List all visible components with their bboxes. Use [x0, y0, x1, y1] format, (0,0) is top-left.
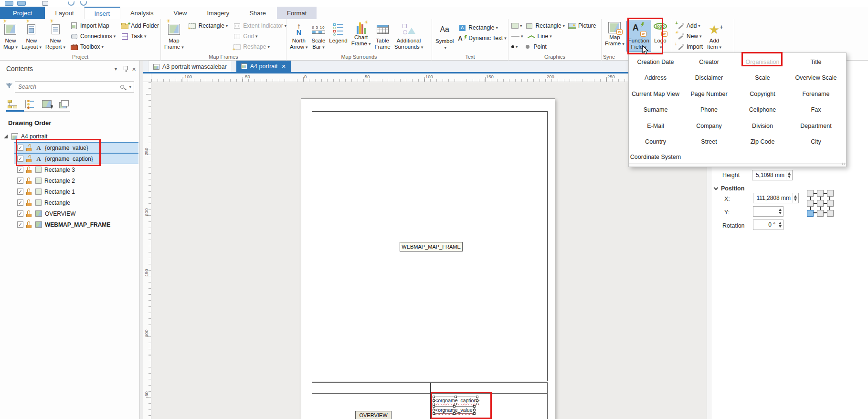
menu-item-scale[interactable]: Scale [736, 70, 789, 86]
anchor-bottom-right[interactable] [827, 210, 834, 217]
legend-button[interactable]: Legend [327, 21, 349, 52]
extent-indicator-button[interactable]: Extent Indicator [231, 21, 288, 31]
search-options-chevron-icon[interactable]: ▾ [129, 84, 131, 89]
reshape-button[interactable]: Reshape [231, 42, 288, 52]
locked-icon[interactable] [26, 189, 32, 195]
orgname-caption-text-element[interactable]: <orgname_caption> [434, 397, 477, 404]
rotation-field[interactable] [753, 220, 783, 230]
menu-item-address[interactable]: Address [629, 70, 682, 86]
menu-item-phone[interactable]: Phone [682, 102, 736, 118]
rectangle-swatch-button[interactable] [510, 21, 524, 31]
layer-row-rectangle[interactable]: Rectangle [17, 197, 70, 208]
scale-bar-button[interactable]: 0 5 10 Scale Bar [310, 21, 328, 52]
x-stepper[interactable] [792, 193, 798, 203]
menu-item-company[interactable]: Company [682, 118, 736, 134]
anchor-top-left[interactable] [807, 190, 814, 197]
grid-button[interactable]: Grid [231, 31, 288, 42]
anchor-point-selector[interactable] [807, 190, 834, 217]
rotation-stepper[interactable] [777, 220, 783, 230]
menu-item-cellphone[interactable]: Cellphone [736, 102, 789, 118]
height-input[interactable] [752, 172, 786, 178]
tab-project[interactable]: Project [0, 7, 45, 19]
list-by-type-tab[interactable] [23, 98, 36, 110]
visibility-checkbox[interactable] [17, 178, 23, 184]
menu-item-city[interactable]: City [789, 134, 843, 150]
layer-row-orgname-value[interactable]: {orgname_value} [14, 142, 138, 153]
save-icon[interactable] [42, 1, 48, 6]
graphics-rectangle-button[interactable]: Rectangle [524, 21, 567, 31]
visibility-checkbox[interactable] [17, 199, 23, 206]
text-rectangle-button[interactable]: Rectangle [456, 22, 508, 33]
y-input[interactable] [753, 208, 777, 215]
tab-layout[interactable]: Layout [45, 7, 84, 19]
new-layout-button[interactable]: New Layout [20, 21, 43, 52]
add-folder-button[interactable]: Add Folder [119, 21, 160, 31]
anchor-middle-right[interactable] [827, 200, 834, 207]
position-section-header[interactable]: Position [714, 185, 744, 192]
line-swatch-button[interactable] [510, 31, 525, 42]
pin-icon[interactable] [124, 66, 128, 70]
x-input[interactable] [753, 195, 792, 201]
visibility-checkbox[interactable] [17, 167, 23, 173]
task-button[interactable]: Task [119, 31, 160, 42]
anchor-bottom-center[interactable] [817, 210, 824, 217]
list-map-series-tab[interactable] [57, 98, 70, 110]
menu-item-division[interactable]: Division [736, 118, 789, 134]
undo-icon[interactable] [68, 1, 74, 6]
view-tab-a4-portrait[interactable]: A4 portrait✕ [236, 61, 291, 72]
menu-item-surname[interactable]: Surname [629, 102, 682, 118]
picture-button[interactable]: Picture [566, 21, 597, 31]
anchor-top-center[interactable] [817, 190, 824, 197]
webmap-map-frame-element[interactable]: WEBMAP_MAP_FRAME [400, 242, 463, 251]
tab-share[interactable]: Share [239, 7, 276, 19]
add-button[interactable]: Add [675, 21, 704, 31]
layer-row-rectangle-3[interactable]: Rectangle 3 [17, 164, 75, 175]
tab-imagery[interactable]: Imagery [197, 7, 239, 19]
layer-row-webmap-map-frame[interactable]: WEBMAP_MAP_FRAME [17, 219, 110, 230]
layer-row-rectangle-1[interactable]: Rectangle 1 [17, 186, 75, 197]
y-field[interactable] [753, 206, 783, 217]
menu-item-creation-date[interactable]: Creation Date [629, 54, 682, 70]
rectangle-map-button[interactable]: Rectangle [187, 21, 230, 31]
dynamic-text-button[interactable]: Dynamic Text [456, 33, 508, 43]
menu-item-fax[interactable]: Fax [789, 102, 843, 118]
menu-item-department[interactable]: Department [789, 118, 843, 134]
anchor-middle-center[interactable] [817, 200, 824, 207]
menu-item-title[interactable]: Title [789, 54, 843, 70]
visibility-checkbox[interactable] [17, 210, 23, 217]
panel-menu-chevron-icon[interactable]: ▾ [115, 66, 117, 72]
import-button[interactable]: Import [675, 42, 704, 52]
unlocked-icon[interactable] [26, 156, 32, 162]
unlocked-icon[interactable] [26, 145, 32, 151]
add-item-button[interactable]: Add Item [705, 21, 723, 52]
menu-item-creator[interactable]: Creator [682, 54, 736, 70]
layer-row-overview[interactable]: OVERVIEW [17, 208, 75, 219]
layout-page[interactable]: WEBMAP_MAP_FRAME OVERVIEW <orgname_capti… [301, 98, 555, 419]
rotation-input[interactable] [753, 221, 777, 228]
overview-frame-element[interactable]: OVERVIEW [355, 411, 392, 419]
locked-icon[interactable] [26, 167, 32, 173]
layer-root-row[interactable]: A4 portrait [4, 131, 47, 142]
height-stepper[interactable] [786, 170, 792, 180]
anchor-middle-left[interactable] [807, 200, 814, 207]
menu-item-forename[interactable]: Forename [789, 86, 843, 102]
tab-view[interactable]: View [163, 7, 197, 19]
menu-item-copyright[interactable]: Copyright [736, 86, 789, 102]
menu-resize-grip[interactable] [629, 163, 846, 167]
synergis-map-frame-button[interactable]: Map Frame [603, 21, 626, 52]
close-view-icon[interactable]: ✕ [281, 63, 286, 70]
search-input[interactable] [15, 84, 120, 90]
new-button[interactable]: New [675, 31, 704, 42]
menu-item-coordinate-system[interactable]: Coordinate System [629, 150, 682, 164]
redo-icon[interactable] [80, 1, 87, 6]
menu-item-email[interactable]: E-Mail [629, 118, 682, 134]
list-by-drawing-order-tab[interactable] [6, 98, 19, 110]
symbol-button[interactable]: Aa Symbol [434, 21, 455, 52]
connections-button[interactable]: Connections [68, 31, 117, 42]
menu-item-current-map-view[interactable]: Current Map View [629, 86, 682, 102]
tab-insert[interactable]: Insert [84, 7, 121, 19]
menu-item-overview-scale[interactable]: Overview Scale [789, 70, 843, 86]
menu-item-organisation[interactable]: Organisation [736, 54, 789, 70]
import-map-button[interactable]: Import Map [68, 21, 117, 31]
orgname-value-text-element[interactable]: <orgname_value> [434, 406, 475, 414]
